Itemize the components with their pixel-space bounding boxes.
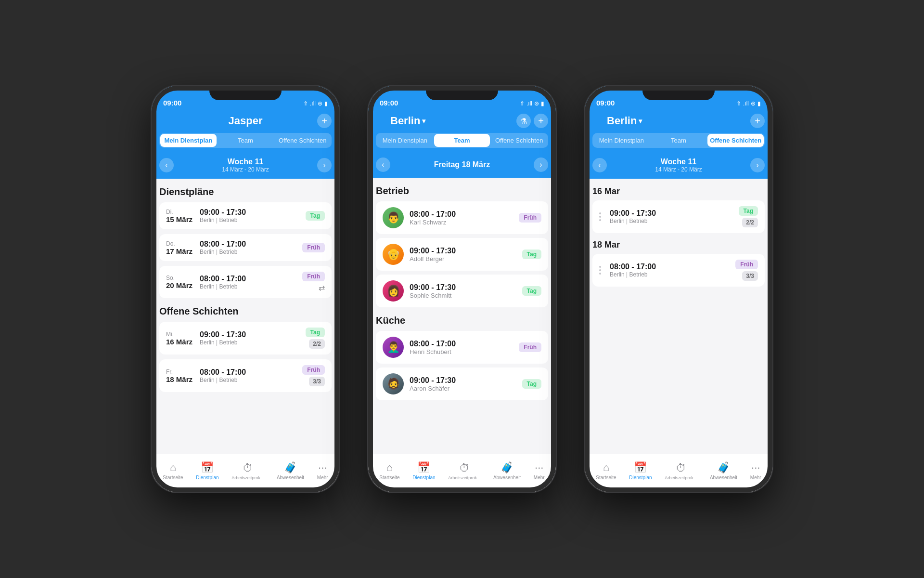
shift-card[interactable]: Fr. 18 März 08:00 - 17:00 Berlin | Betri… [159,359,332,392]
tab-mein-dienstplan[interactable]: Mein Dienstplan [377,134,433,147]
team-shift-row[interactable]: 🧔 09:00 - 17:30 Aaron Schäfer Tag [376,368,548,400]
nav-label: Arbeitszeitprok... [448,475,480,480]
content-area: 16 Mar 09:00 - 17:30 Berlin | Betrieb [585,179,772,454]
shift-count: 2/2 [309,339,325,349]
wifi-icon: ⊛ [318,100,322,107]
nav-abwesenheit[interactable]: 🧳 Abwesenheit [273,460,308,482]
nav-mehr[interactable]: ··· Mehr [530,460,549,482]
nav-dienstplan[interactable]: 📅 Dienstplan [625,460,655,482]
tab-mein-dienstplan[interactable]: Mein Dienstplan [593,134,650,147]
shift-details: 08:00 - 17:00 Berlin | Betrieb [195,240,302,255]
team-shift-row[interactable]: 👨‍🦱 08:00 - 17:00 Henri Schubert Früh [376,331,548,364]
next-week-button[interactable]: › [317,158,332,172]
shift-badge: Früh [519,342,541,352]
week-subtitle: 14 März - 20 März [222,166,269,173]
shift-details: 08:00 - 17:00 Berlin | Betrieb [195,368,302,383]
nav-startseite[interactable]: ⌂ Startseite [375,460,403,482]
nav-arbeitszeit[interactable]: ⏱ Arbeitszeitprok... [444,460,484,482]
tab-team[interactable]: Team [651,134,707,147]
next-week-button[interactable]: › [750,158,765,172]
avatar: 👨 [383,207,404,228]
shift-count: 3/3 [742,271,758,281]
nav-label: Mehr [534,475,545,480]
notch [642,86,715,100]
nav-label: Dienstplan [412,475,435,480]
shift-card[interactable]: 09:00 - 17:30 Berlin | Betrieb Tag 2/2 [592,200,765,233]
content-area: Betrieb 👨 08:00 - 17:00 Karl Schwarz Frü… [368,178,556,454]
nav-dienstplan[interactable]: 📅 Dienstplan [409,460,439,482]
city-title: Berlin [607,115,637,127]
shift-card[interactable]: Di. 15 März 09:00 - 17:30 Berlin | Betri… [159,202,332,229]
shift-badge-tag: Tag [306,211,325,221]
bottom-nav: ⌂ Startseite 📅 Dienstplan ⏱ Arbeitszeitp… [152,454,339,492]
shift-card[interactable]: Mi. 16 März 09:00 - 17:30 Berlin | Betri… [159,322,332,355]
week-title: Woche 11 [222,158,269,166]
shift-count: 2/2 [742,218,758,227]
team-shift-row[interactable]: 👴 09:00 - 17:30 Adolf Berger Tag [376,238,548,271]
app-header-1: Jasper + Mein Dienstplan Team Offene Sch… [152,110,339,154]
add-button[interactable]: + [534,114,548,128]
nav-label-arbeitszeit: Arbeitszeitprok... [231,475,264,480]
phone-2-screen: 09:00 ⇑ .ıll ⊛ ▮ Berlin ▾ [368,86,556,492]
tab-team[interactable]: Team [218,134,274,147]
nav-startseite[interactable]: ⌂ Startseite [159,460,187,482]
wifi-icon: ⊛ [534,100,539,107]
nav-abwesenheit[interactable]: 🧳 Abwesenheit [706,460,741,482]
shift-card[interactable]: 08:00 - 17:00 Berlin | Betrieb Früh 3/3 [592,254,765,287]
shift-badge-fruh: Früh [302,365,325,375]
day-header-18mar: 18 Mar [592,240,765,250]
nav-label-abwesenheit: Abwesenheit [277,475,304,480]
day-title: Freitag 18 März [434,160,490,169]
shift-card[interactable]: Do. 17 März 08:00 - 17:00 Berlin | Betri… [159,234,332,261]
notch [209,86,282,100]
week-nav: ‹ Woche 11 14 März - 20 März › [585,154,772,179]
nav-label-mehr: Mehr [317,475,328,480]
shift-card[interactable]: So. 20 März 08:00 - 17:00 Berlin | Betri… [159,266,332,298]
add-button[interactable]: + [317,114,332,128]
team-shift-row[interactable]: 👩 09:00 - 17:30 Sophie Schmitt Tag [376,275,548,307]
prev-week-button[interactable]: ‹ [592,158,607,172]
shift-date: Do. 17 März [166,240,195,255]
nav-arbeitszeit[interactable]: ⏱ Arbeitszeitprok... [228,460,268,482]
shift-badge-tag: Tag [306,328,325,337]
header-title-dropdown[interactable]: Berlin ▾ [390,115,516,127]
tab-mein-dienstplan[interactable]: Mein Dienstplan [160,134,217,147]
nav-mehr[interactable]: ··· Mehr [746,460,765,482]
week-title: Woche 11 [655,158,702,166]
phone-1-screen: 09:00 ⇑ .ıll ⊛ ▮ Jasper + [152,86,339,492]
filter-button[interactable]: ⚗ [516,114,531,128]
header-title-dropdown[interactable]: Berlin ▾ [607,115,750,127]
add-button[interactable]: + [750,114,765,128]
status-time: 09:00 [380,99,398,107]
shift-badges: Früh [302,243,325,252]
shift-badge: Früh [519,213,541,223]
shift-badges: Früh ⇄ [302,272,325,292]
shift-badge-tag: Tag [739,206,758,216]
nav-arbeitszeit[interactable]: ⏱ Arbeitszeitprok... [661,460,701,482]
calendar-icon: 📅 [201,461,214,474]
nav-dienstplan[interactable]: 📅 Dienstplan [192,460,222,482]
phone-2: 09:00 ⇑ .ıll ⊛ ▮ Berlin ▾ [368,86,556,492]
shift-date: So. 20 März [166,275,195,289]
prev-week-button[interactable]: ‹ [159,158,174,172]
nav-label: Abwesenheit [493,475,521,480]
phones-container: 09:00 ⇑ .ıll ⊛ ▮ Jasper + [0,0,924,578]
tab-team[interactable]: Team [434,134,490,147]
header-title-row: Jasper + [159,114,332,128]
status-icons: ⇑ .ıll ⊛ ▮ [520,100,544,107]
team-shift-row[interactable]: 👨 08:00 - 17:00 Karl Schwarz Früh [376,201,548,234]
team-shift-details: 09:00 - 17:30 Aaron Schäfer [410,376,516,392]
tab-offene-schichten[interactable]: Offene Schichten [274,134,331,147]
status-time: 09:00 [596,99,615,107]
avatar: 👨‍🦱 [383,337,404,358]
swap-icon: ⇄ [319,283,325,292]
shift-badge: Tag [522,286,541,296]
tab-offene-schichten[interactable]: Offene Schichten [491,134,547,147]
shift-badges: Tag [306,211,325,221]
next-day-button[interactable]: › [534,158,548,172]
nav-startseite[interactable]: ⌂ Startseite [592,460,620,482]
nav-mehr[interactable]: ··· Mehr [313,460,332,482]
prev-day-button[interactable]: ‹ [376,158,390,172]
tab-offene-schichten[interactable]: Offene Schichten [707,134,764,147]
nav-abwesenheit[interactable]: 🧳 Abwesenheit [489,460,525,482]
